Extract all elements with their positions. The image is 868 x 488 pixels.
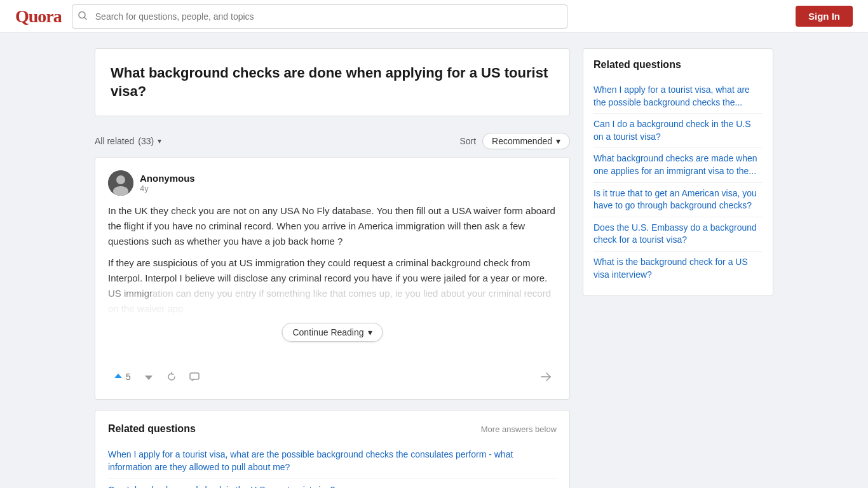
sidebar-link-5[interactable]: Does the U.S. Embassy do a background ch… [593,217,763,252]
answer-card: Anonymous 4y In the UK they check you ar… [95,157,570,400]
header: Quora Sign In [0,0,868,33]
right-sidebar: Related questions When I apply for a tou… [583,48,773,488]
author-name[interactable]: Anonymous [140,173,195,184]
sidebar-link-4[interactable]: Is it true that to get an American visa,… [593,183,763,217]
svg-rect-5 [190,373,199,379]
chevron-down-icon: ▾ [158,137,161,146]
recommended-label: Recommended [492,136,552,146]
author-meta: 4y [140,184,195,193]
continue-reading-button[interactable]: Continue Reading ▾ [281,323,383,342]
related-in-answer-link-2[interactable]: Can I do a background check in the U.S o… [108,479,557,488]
answer-paragraph-2: If they are suspicious of you at US immi… [108,255,557,316]
related-header-row: Related questions More answers below [108,423,557,435]
downvote-button[interactable] [139,368,159,386]
sidebar-card: Related questions When I apply for a tou… [583,48,773,296]
answer-paragraph-1: In the UK they check you are not on any … [108,203,557,249]
question-title: What background checks are done when app… [111,64,554,100]
refresh-button[interactable] [161,368,182,386]
sign-in-button[interactable]: Sign In [796,6,853,27]
author-info: Anonymous 4y [140,173,195,193]
sidebar-link-6[interactable]: What is the background check for a US vi… [593,252,763,285]
sidebar-title: Related questions [593,59,763,71]
comment-icon [189,372,200,382]
header-right: Sign In [796,6,853,27]
related-count: (33) [138,136,154,146]
share-icon [540,371,552,383]
recommended-sort-button[interactable]: Recommended ▾ [482,133,570,149]
question-card: What background checks are done when app… [95,48,570,116]
sidebar-link-3[interactable]: What background checks are made when one… [593,148,763,182]
sort-right: Sort Recommended ▾ [459,133,570,149]
related-in-answer-card: Related questions More answers below Whe… [95,410,570,488]
search-icon [78,11,87,22]
sidebar-link-2[interactable]: Can I do a background check in the U.S o… [593,114,763,148]
answer-author: Anonymous 4y [108,170,557,196]
left-column: What background checks are done when app… [95,48,570,488]
upvote-icon [113,372,123,382]
svg-point-3 [116,175,125,184]
quora-logo[interactable]: Quora [15,6,62,27]
continue-reading-area: Continue Reading ▾ [108,337,557,349]
main-container: What background checks are done when app… [85,33,783,488]
sort-label: Sort [459,136,476,146]
all-related-label: All related [95,136,134,146]
related-in-answer-title: Related questions [108,423,196,435]
chevron-down-icon: ▾ [368,327,372,337]
all-related-filter[interactable]: All related (33) ▾ [95,136,161,146]
avatar [108,170,133,196]
chevron-down-icon: ▾ [556,136,560,146]
sort-bar: All related (33) ▾ Sort Recommended ▾ [95,126,570,157]
upvote-button[interactable]: 5 [108,368,136,386]
refresh-icon [166,372,177,382]
sidebar-link-1[interactable]: When I apply for a tourist visa, what ar… [593,79,763,114]
share-button[interactable] [535,367,557,386]
answer-actions: 5 [108,362,557,386]
svg-line-1 [85,17,86,19]
related-in-answer-link-1[interactable]: When I apply for a tourist visa, what ar… [108,444,557,479]
continue-reading-label: Continue Reading [292,327,363,337]
more-answers-below-label: More answers below [481,424,557,434]
search-bar-container [72,4,567,29]
search-input[interactable] [72,4,567,29]
downvote-icon [144,372,154,382]
comment-button[interactable] [184,368,205,386]
upvote-count: 5 [126,372,131,382]
answer-text-container: In the UK they check you are not on any … [108,203,557,316]
